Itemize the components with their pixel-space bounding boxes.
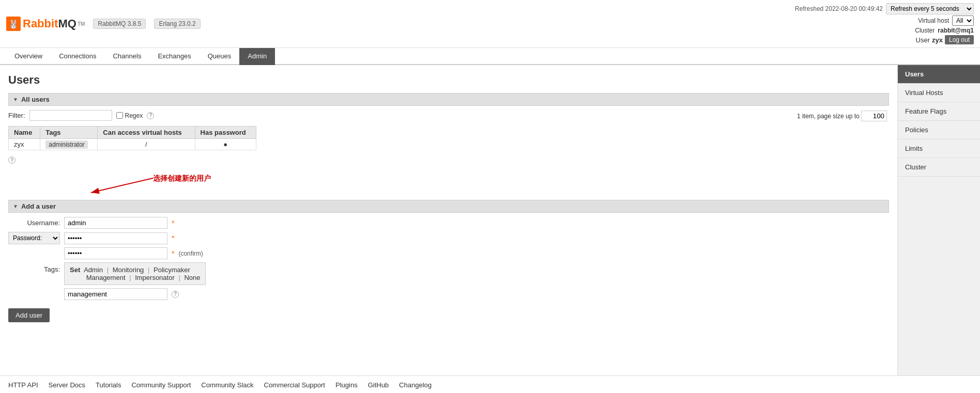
footer-community-slack[interactable]: Community Slack bbox=[201, 381, 253, 389]
brand-name: Rabbit bbox=[23, 17, 58, 30]
main-layout: Users ▼ All users Filter: Regex ? 1 item… bbox=[0, 65, 980, 375]
tags-options-area: Set Admin | Monitoring | Policymaker Man… bbox=[64, 262, 206, 300]
page-size-label: 1 item, page size up to bbox=[797, 113, 860, 120]
logo-area: 🐰 RabbitMQTM RabbitMQ 3.8.5 Erlang 23.0.… bbox=[6, 17, 201, 31]
sidebar-item-policies[interactable]: Policies bbox=[898, 121, 980, 139]
username-display: zyx bbox=[932, 36, 943, 44]
user-label: User bbox=[916, 36, 930, 44]
regex-text: Regex bbox=[125, 112, 143, 119]
virtual-host-select[interactable]: All bbox=[952, 15, 974, 26]
password-type-select[interactable]: Password: Hashed: bbox=[8, 232, 60, 244]
page-title: Users bbox=[8, 73, 889, 87]
main-nav: Overview Connections Channels Exchanges … bbox=[0, 48, 980, 65]
nav-admin[interactable]: Admin bbox=[239, 48, 275, 65]
username-label: Username: bbox=[8, 219, 60, 227]
page-size-input[interactable]: 100 bbox=[861, 111, 887, 121]
nav-connections[interactable]: Connections bbox=[51, 48, 104, 65]
tags-row: Tags: Set Admin | Monitoring | Policymak… bbox=[8, 262, 889, 300]
annotation-container: 选择创建新的用户 bbox=[8, 174, 889, 200]
refresh-row: Refreshed 2022-08-20 00:49:42 Refresh ev… bbox=[795, 3, 974, 14]
regex-label: Regex bbox=[116, 112, 143, 119]
all-users-section-header[interactable]: ▼ All users bbox=[8, 93, 889, 106]
footer-http-api[interactable]: HTTP API bbox=[8, 381, 38, 389]
tag-policymaker[interactable]: Policymaker bbox=[154, 266, 190, 274]
filter-label: Filter: bbox=[8, 112, 25, 119]
trademark: TM bbox=[78, 21, 85, 27]
footer-changelog[interactable]: Changelog bbox=[399, 381, 432, 389]
password-row: Password: Hashed: * bbox=[8, 232, 889, 244]
top-right-meta: Refreshed 2022-08-20 00:49:42 Refresh ev… bbox=[795, 3, 974, 44]
main-content: Users ▼ All users Filter: Regex ? 1 item… bbox=[0, 65, 897, 375]
tag-impersonator[interactable]: Impersonator bbox=[135, 274, 175, 281]
password-confirm-row: * (confirm) bbox=[8, 247, 889, 259]
cluster-row: Cluster rabbit@mq1 bbox=[915, 27, 974, 34]
add-user-label: Add a user bbox=[21, 202, 56, 210]
filter-input[interactable] bbox=[29, 110, 112, 121]
rabbit-icon: 🐰 bbox=[6, 17, 21, 31]
user-tags: administrator bbox=[40, 139, 98, 150]
annotation-arrow bbox=[70, 174, 163, 197]
tag-administrator: administrator bbox=[45, 140, 87, 149]
cluster-label: Cluster bbox=[915, 27, 935, 34]
nav-queues[interactable]: Queues bbox=[200, 48, 240, 65]
filter-help-icon[interactable]: ? bbox=[147, 112, 154, 119]
all-users-label: All users bbox=[21, 96, 50, 103]
user-name[interactable]: zyx bbox=[9, 139, 40, 150]
filter-row: Filter: Regex ? bbox=[8, 110, 889, 121]
col-tags: Tags bbox=[40, 127, 98, 139]
nav-exchanges[interactable]: Exchanges bbox=[149, 48, 199, 65]
sidebar-item-cluster[interactable]: Cluster bbox=[898, 158, 980, 177]
footer-commercial-support[interactable]: Commercial Support bbox=[264, 381, 326, 389]
password-label: Password: Hashed: bbox=[8, 232, 60, 244]
tag-monitoring[interactable]: Monitoring bbox=[113, 266, 144, 274]
brand-mq: MQ bbox=[58, 17, 76, 30]
tags-help-icon[interactable]: ? bbox=[172, 291, 179, 298]
tags-input-row: ? bbox=[64, 288, 206, 300]
sidebar-item-users[interactable]: Users bbox=[898, 65, 980, 84]
tag-none[interactable]: None bbox=[184, 274, 200, 281]
password-input[interactable] bbox=[64, 232, 167, 244]
user-has-password: ● bbox=[195, 139, 256, 150]
table-help: ? bbox=[8, 154, 889, 164]
sidebar-item-virtual-hosts[interactable]: Virtual Hosts bbox=[898, 84, 980, 102]
password-confirm-input[interactable] bbox=[64, 247, 167, 259]
nav-channels[interactable]: Channels bbox=[104, 48, 149, 65]
logout-button[interactable]: Log out bbox=[945, 35, 974, 44]
users-table: Name Tags Can access virtual hosts Has p… bbox=[8, 126, 256, 150]
erlang-version: Erlang 23.0.2 bbox=[154, 19, 200, 29]
sidebar-item-limits[interactable]: Limits bbox=[898, 139, 980, 158]
add-user-section-header[interactable]: ▼ Add a user bbox=[8, 200, 889, 213]
password-confirm-required: * bbox=[172, 249, 174, 258]
col-name: Name bbox=[9, 127, 40, 139]
confirm-label: (confirm) bbox=[178, 250, 203, 257]
rabbitmq-version: RabbitMQ 3.8.5 bbox=[93, 19, 146, 29]
footer-tutorials[interactable]: Tutorials bbox=[96, 381, 121, 389]
username-row: Username: * bbox=[8, 217, 889, 229]
tags-box: Set Admin | Monitoring | Policymaker Man… bbox=[64, 262, 206, 285]
refresh-interval-select[interactable]: Refresh every 5 seconds Refresh every 10… bbox=[886, 3, 974, 14]
footer-community-support[interactable]: Community Support bbox=[131, 381, 191, 389]
cluster-value: rabbit@mq1 bbox=[938, 27, 974, 34]
table-row[interactable]: zyx administrator / ● bbox=[9, 139, 256, 150]
tags-input[interactable] bbox=[64, 288, 167, 300]
table-help-icon[interactable]: ? bbox=[8, 156, 16, 164]
topbar: 🐰 RabbitMQTM RabbitMQ 3.8.5 Erlang 23.0.… bbox=[0, 0, 980, 48]
col-password: Has password bbox=[195, 127, 256, 139]
logo: 🐰 RabbitMQTM bbox=[6, 17, 85, 31]
nav-overview[interactable]: Overview bbox=[6, 48, 51, 65]
sidebar-item-feature-flags[interactable]: Feature Flags bbox=[898, 102, 980, 121]
username-required: * bbox=[172, 219, 174, 227]
tag-admin[interactable]: Admin bbox=[84, 266, 103, 274]
sidebar: Users Virtual Hosts Feature Flags Polici… bbox=[897, 65, 980, 375]
footer-github[interactable]: GitHub bbox=[368, 381, 389, 389]
collapse-triangle: ▼ bbox=[13, 97, 18, 102]
refreshed-timestamp: Refreshed 2022-08-20 00:49:42 bbox=[795, 5, 883, 12]
username-input[interactable] bbox=[64, 217, 167, 229]
add-user-section: 选择创建新的用户 ▼ Add a user Username: bbox=[8, 174, 889, 322]
virtual-host-label: Virtual host bbox=[918, 17, 949, 24]
regex-checkbox[interactable] bbox=[116, 112, 123, 119]
footer-server-docs[interactable]: Server Docs bbox=[49, 381, 86, 389]
add-user-button[interactable]: Add user bbox=[8, 308, 50, 322]
tag-management[interactable]: Management bbox=[86, 274, 126, 281]
footer-plugins[interactable]: Plugins bbox=[335, 381, 358, 389]
